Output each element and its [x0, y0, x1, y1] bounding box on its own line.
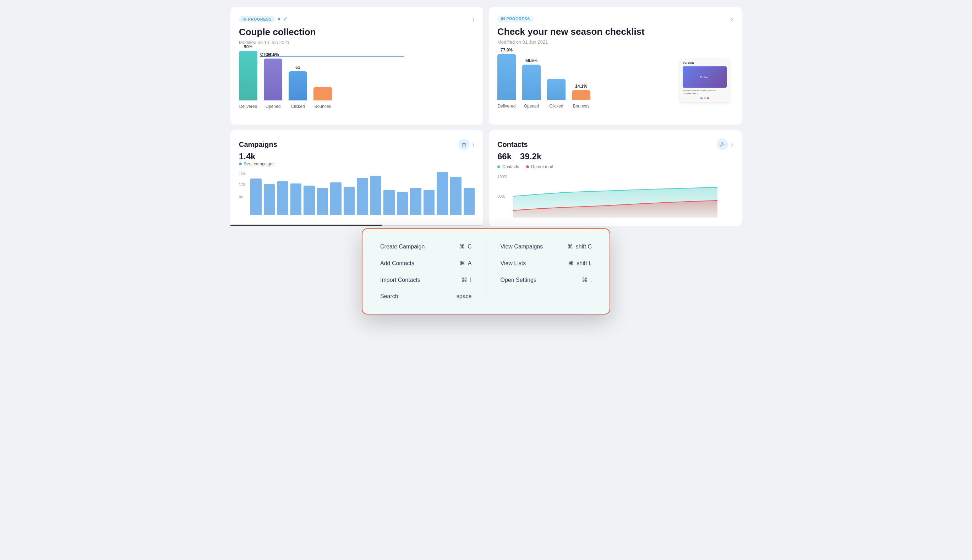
bar-label-d2: Delivered — [498, 103, 516, 108]
dot-red — [707, 97, 709, 99]
bar-pct-o2: 56.5% — [525, 58, 537, 63]
y-label-80: 80 — [239, 195, 243, 199]
shortcut-keys-create: ⌘ C — [459, 243, 472, 250]
shortcut-keys-view-lists: ⌘ shift L — [568, 260, 592, 267]
card-modified-2: Modified on 01 Jun 2021 — [497, 39, 733, 45]
bar-label-o2: Opened — [524, 103, 539, 108]
campaigns-arrow[interactable]: › — [472, 141, 475, 148]
key-i: I — [470, 277, 472, 283]
status-badge-2: IN PROGRESS — [497, 16, 534, 22]
shortcut-view-campaigns: View Campaigns ⌘ shift C — [500, 243, 592, 250]
bar-blue-1 — [288, 71, 307, 100]
dashboard: IN PROGRESS ✓ › Couple collection Modifi… — [230, 7, 742, 226]
campaigns-scrollbar[interactable] — [230, 225, 483, 226]
keyboard-shortcut-overlay: Create Campaign ⌘ C Add Contacts ⌘ A Imp… — [362, 228, 610, 315]
campaigns-header-icons: › — [458, 139, 475, 150]
legend-dot-red — [526, 165, 529, 168]
bar-pct-clicked: 61 — [295, 65, 300, 70]
cmd-symbol-2: ⌘ — [459, 260, 465, 267]
cmd-symbol-6: ⌘ — [582, 277, 587, 283]
bar-bounces-2: 14.1% Bounces — [572, 84, 590, 108]
contacts-icon-btn[interactable] — [717, 139, 728, 150]
chart-area-2: 77.9% Delivered 56.5% Opened Clicked — [497, 52, 733, 116]
shortcut-keys-settings: ⌘ , — [582, 277, 592, 283]
bar-pct: 90% — [244, 44, 252, 49]
key-a: A — [468, 260, 472, 267]
mini-bar-16 — [450, 177, 462, 215]
mini-bar-3 — [277, 181, 288, 215]
status-bar-1: IN PROGRESS ✓ — [239, 16, 475, 22]
shortcut-view-lists: View Lists ⌘ shift L — [500, 260, 592, 267]
sent-campaigns-label: Sent campaigns — [244, 162, 274, 167]
bar-lightblue-2 — [522, 65, 541, 100]
status-bar-2: IN PROGRESS — [497, 16, 733, 22]
campaigns-chart: 160 120 80 — [239, 172, 475, 215]
do-not-mail-legend-item: Do not mail — [526, 164, 553, 169]
mini-bar-12 — [397, 192, 408, 215]
shortcuts-left-col: Create Campaign ⌘ C Add Contacts ⌘ A Imp… — [380, 243, 472, 300]
key-shift-l: shift L — [577, 260, 592, 267]
shortcut-add-contacts: Add Contacts ⌘ A — [380, 260, 472, 267]
bar-label-c2: Clicked — [549, 103, 563, 108]
email-preview-dots — [683, 97, 727, 99]
top-campaigns-row: IN PROGRESS ✓ › Couple collection Modifi… — [230, 7, 742, 125]
mini-bar-1 — [250, 178, 262, 215]
contacts-arrow[interactable]: › — [731, 141, 733, 148]
shortcuts-grid: Create Campaign ⌘ C Add Contacts ⌘ A Imp… — [380, 243, 592, 300]
shortcut-name-view-campaigns: View Campaigns — [500, 243, 543, 250]
svg-point-0 — [721, 143, 723, 145]
bar-label-bounces: Bounces — [315, 104, 331, 109]
bar-clicked-1: 61 Clicked — [288, 65, 307, 109]
email-img-text: Fashion — [700, 76, 709, 78]
key-c: C — [468, 243, 472, 250]
card-title-2: Check your new season checklist — [497, 26, 733, 37]
card-modified-1: Modified on 14 Jun 2021 — [239, 40, 475, 45]
card-arrow-1[interactable]: › — [472, 16, 475, 23]
shortcut-keys-view-campaigns: ⌘ shift C — [567, 243, 592, 250]
bar-pct-d2: 77.9% — [500, 48, 513, 53]
card-arrow-2[interactable]: › — [731, 16, 733, 23]
email-preview-brand: ZYLKER — [683, 62, 727, 65]
campaigns-stat: 1.4k — [239, 152, 475, 162]
shortcut-create-campaign: Create Campaign ⌘ C — [380, 243, 472, 250]
contacts-header-icons: › — [717, 139, 733, 150]
bar-clicked-2: Clicked — [547, 77, 565, 108]
verified-icon-1: ✓ — [283, 16, 288, 22]
contacts-y-label-8000: 8000 — [497, 195, 505, 198]
bar-label-opened: Opened — [265, 104, 281, 109]
key-shift-c: shift C — [576, 243, 592, 250]
campaigns-icon-btn[interactable] — [458, 139, 470, 150]
contacts-header: Contacts › — [497, 139, 733, 150]
dot-blue — [700, 97, 702, 99]
shortcut-keys-add: ⌘ A — [459, 260, 472, 267]
shortcut-name-import: Import Contacts — [380, 277, 420, 283]
bar-opened-1: 82.5% Opened — [264, 52, 282, 109]
contacts-legend-label: Contacts — [502, 164, 519, 169]
contacts-area-chart — [497, 175, 733, 218]
do-not-mail-label: Do not mail — [531, 164, 553, 169]
shortcut-keys-import: ⌘ I — [462, 277, 472, 283]
email-preview-tagline: Are you ready for the new season? — [683, 89, 727, 92]
cmd-symbol-1: ⌘ — [459, 243, 465, 250]
dot-blue-2 — [704, 97, 706, 99]
bar-teal-1 — [239, 51, 257, 100]
mini-bar-15 — [437, 172, 448, 215]
mini-bar-9 — [357, 178, 368, 215]
mini-bar-17 — [463, 188, 475, 215]
email-preview-link: Shop like new → — [683, 92, 727, 95]
bar-label: Delivered — [239, 104, 257, 109]
mini-bar-14 — [423, 190, 435, 215]
mini-bar-4 — [290, 183, 302, 215]
bar-delivered-2: 77.9% Delivered — [497, 48, 516, 108]
campaigns-header: Campaigns › — [239, 139, 475, 150]
shortcut-name-view-lists: View Lists — [500, 260, 526, 267]
cmd-symbol-3: ⌘ — [462, 277, 467, 283]
y-label-120: 120 — [239, 183, 245, 187]
bar-orange-2 — [572, 90, 590, 100]
sent-campaigns-legend: Sent campaigns — [239, 162, 274, 167]
shortcut-name-settings: Open Settings — [500, 277, 537, 283]
contacts-title: Contacts — [497, 140, 528, 149]
bottom-row: Campaigns › 1.4k Sent campaigns — [230, 130, 742, 226]
campaigns-card: Campaigns › 1.4k Sent campaigns — [230, 130, 483, 226]
shortcut-keys-search: space — [457, 293, 472, 300]
